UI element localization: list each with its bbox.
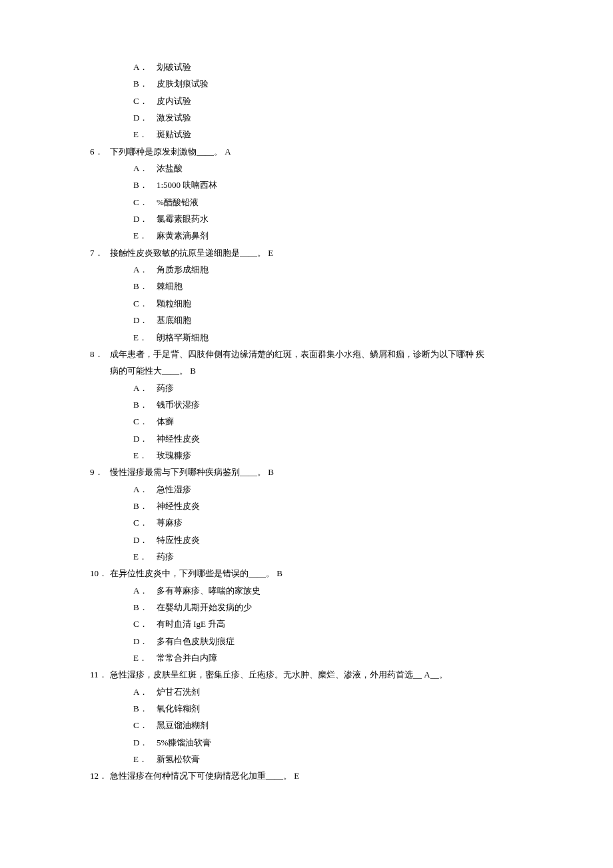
- option-row: A．药疹: [133, 380, 523, 396]
- option-row: C．皮内试验: [133, 93, 523, 109]
- question-stem: 下列哪种是原发刺激物____。 A: [110, 147, 231, 157]
- option-row: B．钱币状湿疹: [133, 396, 523, 413]
- question-number: 9．: [90, 464, 110, 480]
- option-text: 角质形成细胞: [157, 264, 209, 274]
- question-stem-continuation: 病的可能性大____。 B: [110, 362, 523, 379]
- option-label: E．: [133, 548, 157, 565]
- option-row: B．1:5000 呋喃西林: [133, 177, 523, 193]
- option-label: C．: [133, 514, 157, 531]
- option-text: 神经性皮炎: [157, 501, 200, 511]
- option-label: D．: [133, 734, 157, 751]
- option-text: 常常合并白内障: [157, 653, 217, 663]
- option-row: A．角质形成细胞: [133, 261, 523, 278]
- option-row: B．氧化锌糊剂: [133, 700, 523, 717]
- option-text: 麻黄素滴鼻剂: [157, 230, 209, 240]
- option-label: A．: [133, 380, 157, 396]
- option-label: D．: [133, 109, 157, 126]
- option-label: B．: [133, 700, 157, 717]
- option-label: B．: [133, 278, 157, 294]
- question-stem: 急性湿疹，皮肤呈红斑，密集丘疹、丘疱疹。无水肿、糜烂、渗液，外用药首选__ A_…: [110, 669, 448, 679]
- option-label: C．: [133, 295, 157, 312]
- question-number: 6．: [90, 143, 110, 160]
- option-text: 新氢松软膏: [157, 754, 200, 764]
- option-text: 激发试验: [157, 113, 191, 123]
- option-row: E．常常合并白内障: [133, 650, 523, 666]
- question-stem: 接触性皮炎致敏的抗原呈递细胞是____。 E: [110, 248, 273, 258]
- option-label: E．: [133, 447, 157, 464]
- question: 8．成年患者，手足背、四肢伸侧有边缘清楚的红斑，表面群集小水疱、鳞屑和痂，诊断为…: [90, 346, 523, 362]
- option-label: A．: [133, 481, 157, 498]
- option-row: C．有时血清 IgE 升高: [133, 616, 523, 632]
- question-stem: 慢性湿疹最需与下列哪种疾病鉴别____。 B: [110, 467, 274, 477]
- option-label: A．: [133, 582, 157, 599]
- option-row: C．颗粒细胞: [133, 295, 523, 312]
- option-row: E．斑贴试验: [133, 126, 523, 143]
- option-text: 炉甘石洗剂: [157, 687, 200, 697]
- option-row: E．新氢松软膏: [133, 751, 523, 767]
- option-row: C．体癣: [133, 413, 523, 430]
- option-row: A．浓盐酸: [133, 160, 523, 177]
- option-label: C．: [133, 194, 157, 211]
- option-label: C．: [133, 616, 157, 632]
- option-row: C．黑豆馏油糊剂: [133, 717, 523, 733]
- option-row: E．玫瑰糠疹: [133, 447, 523, 464]
- option-text: 钱币状湿疹: [157, 400, 200, 410]
- option-text: 多有白色皮肤划痕症: [157, 636, 235, 646]
- option-label: B．: [133, 498, 157, 514]
- option-text: 药疹: [157, 552, 174, 562]
- option-label: D．: [133, 532, 157, 548]
- question-number: 7．: [90, 244, 110, 261]
- option-label: B．: [133, 177, 157, 193]
- option-row: B．在婴幼儿期开始发病的少: [133, 599, 523, 616]
- question-stem: 急性湿疹在何种情况下可使病情恶化加重____。 E: [110, 771, 299, 781]
- option-label: A．: [133, 160, 157, 177]
- option-text: 朗格罕斯细胞: [157, 332, 209, 342]
- option-row: D．激发试验: [133, 109, 523, 126]
- option-row: E．药疹: [133, 548, 523, 565]
- option-row: E．朗格罕斯细胞: [133, 329, 523, 346]
- option-text: 皮肤划痕试验: [157, 79, 209, 89]
- question: 6．下列哪种是原发刺激物____。 A: [90, 143, 523, 160]
- option-label: D．: [133, 312, 157, 328]
- option-text: 荨麻疹: [157, 518, 183, 528]
- option-text: 浓盐酸: [157, 163, 183, 173]
- option-text: 斑贴试验: [157, 129, 191, 139]
- option-row: C．%醋酸铅液: [133, 194, 523, 211]
- option-row: D．基底细胞: [133, 312, 523, 328]
- option-text: %醋酸铅液: [157, 197, 199, 207]
- option-label: A．: [133, 261, 157, 278]
- question: 11．急性湿疹，皮肤呈红斑，密集丘疹、丘疱疹。无水肿、糜烂、渗液，外用药首选__…: [90, 666, 523, 683]
- option-row: A．多有荨麻疹、哮喘的家族史: [133, 582, 523, 599]
- option-text: 多有荨麻疹、哮喘的家族史: [157, 586, 261, 596]
- option-label: A．: [133, 59, 157, 75]
- option-text: 药疹: [157, 383, 174, 393]
- option-text: 黑豆馏油糊剂: [157, 720, 209, 730]
- option-row: D．氯霉素眼药水: [133, 211, 523, 227]
- option-label: E．: [133, 227, 157, 244]
- option-row: A．急性湿疹: [133, 481, 523, 498]
- question-stem: 在异位性皮炎中，下列哪些是错误的____。 B: [110, 568, 283, 578]
- option-label: E．: [133, 650, 157, 666]
- option-row: D．特应性皮炎: [133, 532, 523, 548]
- option-label: D．: [133, 211, 157, 227]
- question-number: 11．: [90, 666, 110, 683]
- option-row: D．多有白色皮肤划痕症: [133, 633, 523, 650]
- option-label: D．: [133, 430, 157, 447]
- option-row: A．划破试验: [133, 59, 523, 75]
- option-label: E．: [133, 329, 157, 346]
- option-text: 神经性皮炎: [157, 434, 200, 444]
- question: 10．在异位性皮炎中，下列哪些是错误的____。 B: [90, 565, 523, 582]
- option-label: B．: [133, 599, 157, 616]
- option-row: A．炉甘石洗剂: [133, 683, 523, 700]
- option-text: 玫瑰糠疹: [157, 450, 191, 460]
- option-row: B．皮肤划痕试验: [133, 75, 523, 92]
- option-text: 划破试验: [157, 62, 191, 72]
- question: 9．慢性湿疹最需与下列哪种疾病鉴别____。 B: [90, 464, 523, 480]
- question-stem: 成年患者，手足背、四肢伸侧有边缘清楚的红斑，表面群集小水疱、鳞屑和痂，诊断为以下…: [110, 349, 484, 359]
- option-text: 体癣: [157, 416, 174, 426]
- option-label: A．: [133, 683, 157, 700]
- option-row: C．荨麻疹: [133, 514, 523, 531]
- document-body: A．划破试验B．皮肤划痕试验C．皮内试验D．激发试验E．斑贴试验6．下列哪种是原…: [90, 59, 523, 785]
- option-text: 基底细胞: [157, 315, 191, 325]
- option-row: B．神经性皮炎: [133, 498, 523, 514]
